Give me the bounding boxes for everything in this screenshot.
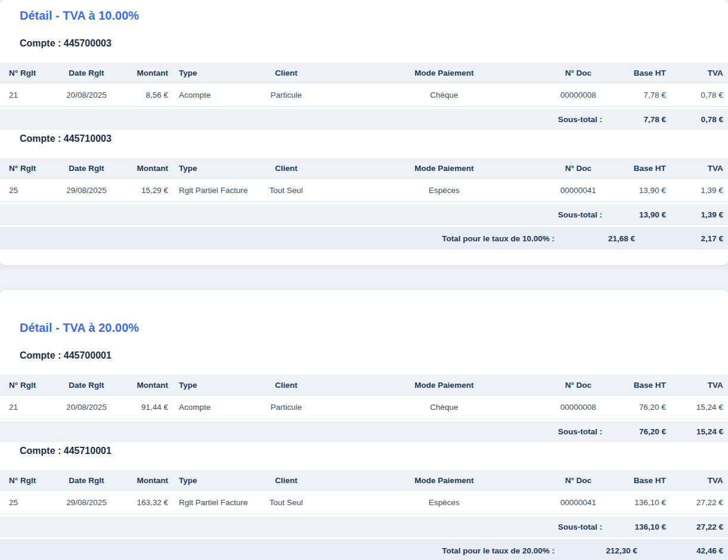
subtotal-label: Sous-total : [554, 522, 602, 531]
cell-n-doc: 00000041 [554, 498, 602, 507]
col-header-type: Type [173, 69, 238, 77]
subtotal-base-ht: 7,78 € [602, 115, 671, 124]
cell-base-ht: 136,10 € [602, 498, 671, 507]
col-header-type: Type [173, 476, 238, 485]
cell-client: Tout Seul [238, 186, 334, 195]
col-header-n-doc: N° Doc [554, 164, 602, 173]
col-header-base-ht: Base HT [602, 381, 671, 390]
cell-base-ht: 76,20 € [602, 403, 671, 412]
cell-client: Particule [238, 403, 334, 412]
account-heading: Compte : 445700001 [20, 350, 728, 361]
cell-type: Rglt Partiel Facture [173, 498, 238, 507]
col-header-base-ht: Base HT [602, 69, 671, 77]
col-header-tva: TVA [671, 381, 728, 390]
subtotal-tva: 15,24 € [671, 427, 728, 436]
rate-total-base-ht: 21,68 € [554, 234, 671, 243]
col-header-n-doc: N° Doc [554, 476, 602, 485]
rate-total-tva: 2,17 € [671, 234, 728, 243]
col-header-mode-paiement: Mode Paiement [334, 69, 554, 77]
cell-type: Acompte [173, 91, 238, 99]
cell-tva: 1,39 € [671, 186, 728, 195]
cell-n-doc: 00000008 [554, 91, 602, 99]
cell-tva: 15,24 € [671, 403, 728, 412]
cell-type: Acompte [173, 403, 238, 412]
col-header-n-doc: N° Doc [554, 69, 602, 77]
cell-client: Particule [238, 91, 334, 99]
payments-table: N° Rglt Date Rglt Montant Type Client Mo… [0, 375, 728, 442]
section-title-tva-20: Détail - TVA à 20.00% [20, 322, 728, 334]
rate-total-label: Total pour le taux de 10.00% : [0, 234, 554, 243]
cell-tva: 27,22 € [671, 498, 728, 507]
cell-montant: 15,29 € [119, 186, 173, 195]
table-row: 25 29/08/2025 163,32 € Rglt Partiel Fact… [0, 490, 728, 514]
col-header-client: Client [238, 381, 334, 390]
table-row: 21 20/08/2025 91,44 € Acompte Particule … [0, 395, 728, 419]
col-header-montant: Montant [119, 69, 173, 77]
section-title-tva-10: Détail - TVA à 10.00% [20, 10, 728, 22]
payments-table: N° Rglt Date Rglt Montant Type Client Mo… [0, 158, 728, 250]
cell-montant: 91,44 € [119, 403, 173, 412]
table-row: 21 20/08/2025 8,56 € Acompte Particule C… [0, 83, 728, 107]
rate-total-row: Total pour le taux de 20.00% : 212,30 € … [0, 539, 728, 560]
col-header-base-ht: Base HT [602, 164, 671, 173]
cell-base-ht: 7,78 € [602, 91, 671, 99]
cell-montant: 163,32 € [119, 498, 173, 507]
col-header-date-rglt: Date Rglt [54, 164, 119, 173]
col-header-client: Client [238, 476, 334, 485]
col-header-n-rglt: N° Rglt [0, 476, 54, 485]
col-header-type: Type [173, 164, 238, 173]
col-header-date-rglt: Date Rglt [54, 69, 119, 77]
cell-type: Rglt Partiel Facture [173, 186, 238, 195]
rate-total-label: Total pour le taux de 20.00% : [0, 546, 554, 555]
subtotal-base-ht: 76,20 € [602, 427, 671, 436]
col-header-mode-paiement: Mode Paiement [334, 476, 554, 485]
account-heading: Compte : 445710001 [20, 446, 728, 456]
cell-date-rglt: 20/08/2025 [54, 403, 119, 412]
cell-date-rglt: 29/08/2025 [54, 498, 119, 507]
col-header-n-doc: N° Doc [554, 381, 602, 390]
cell-tva: 0,78 € [671, 91, 728, 99]
cell-base-ht: 13,90 € [602, 186, 671, 195]
subtotal-label: Sous-total : [554, 210, 602, 219]
subtotal-tva: 1,39 € [671, 210, 728, 219]
subtotal-label: Sous-total : [554, 427, 602, 436]
cell-date-rglt: 29/08/2025 [54, 186, 119, 195]
col-header-montant: Montant [119, 381, 173, 390]
rate-total-row: Total pour le taux de 10.00% : 21,68 € 2… [0, 227, 728, 250]
col-header-n-rglt: N° Rglt [0, 381, 54, 390]
account-heading: Compte : 445700003 [20, 38, 728, 49]
col-header-type: Type [173, 381, 238, 390]
table-row: 25 29/08/2025 15,29 € Rglt Partiel Factu… [0, 178, 728, 202]
account-heading: Compte : 445710003 [20, 133, 728, 144]
cell-n-doc: 00000041 [554, 186, 602, 195]
cards-gap [0, 265, 728, 290]
rate-total-base-ht: 212,30 € [554, 546, 671, 555]
table-header-row: N° Rglt Date Rglt Montant Type Client Mo… [0, 470, 728, 490]
col-header-montant: Montant [119, 164, 173, 173]
tva-section-card-20: Détail - TVA à 20.00% Compte : 445700001… [0, 290, 728, 560]
cell-n-rglt: 25 [0, 498, 54, 507]
cell-mode-paiement: Chèque [334, 91, 554, 99]
col-header-mode-paiement: Mode Paiement [334, 164, 554, 173]
col-header-date-rglt: Date Rglt [54, 476, 119, 485]
cell-client: Tout Seul [238, 498, 334, 507]
col-header-n-rglt: N° Rglt [0, 69, 54, 77]
table-header-row: N° Rglt Date Rglt Montant Type Client Mo… [0, 63, 728, 83]
subtotal-label: Sous-total : [554, 115, 602, 124]
col-header-base-ht: Base HT [602, 476, 671, 485]
subtotal-base-ht: 13,90 € [602, 210, 671, 219]
col-header-mode-paiement: Mode Paiement [334, 381, 554, 390]
cell-n-rglt: 21 [0, 91, 54, 99]
col-header-tva: TVA [671, 476, 728, 485]
subtotal-base-ht: 136,10 € [602, 522, 671, 531]
subtotal-tva: 27,22 € [671, 522, 728, 531]
col-header-date-rglt: Date Rglt [54, 381, 119, 390]
cell-mode-paiement: Espèces [334, 186, 554, 195]
col-header-client: Client [238, 69, 334, 77]
cell-n-doc: 00000008 [554, 403, 602, 412]
subtotal-row: Sous-total : 136,10 € 27,22 € [0, 517, 728, 537]
cell-n-rglt: 21 [0, 403, 54, 412]
subtotal-tva: 0,78 € [671, 115, 728, 124]
rate-total-tva: 42,46 € [671, 546, 728, 555]
table-header-row: N° Rglt Date Rglt Montant Type Client Mo… [0, 158, 728, 178]
